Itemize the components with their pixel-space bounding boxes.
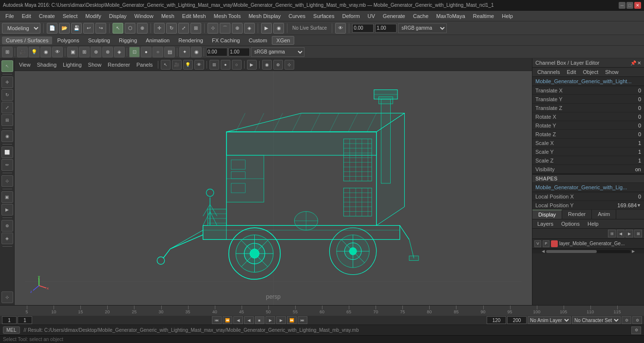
paint-icon[interactable]: ✏ xyxy=(1,159,13,171)
stop-btn[interactable]: ■ xyxy=(255,316,265,324)
menu-modify[interactable]: Modify xyxy=(82,12,104,20)
minimize-button[interactable]: ─ xyxy=(619,2,625,9)
anim-end-input[interactable] xyxy=(487,316,506,324)
skip-to-start-btn[interactable]: ⏮ xyxy=(212,316,222,324)
attr-local-pos-y[interactable]: Local Position Y 169.684 ▼ xyxy=(532,201,644,210)
attr-rotate-y[interactable]: Rotate Y 0 xyxy=(532,121,644,130)
rp-edit-menu[interactable]: Edit xyxy=(564,69,579,75)
scale-tool-button[interactable]: ⤢ xyxy=(178,23,189,34)
layer-nav-next1[interactable]: ▶ xyxy=(625,230,633,237)
tb2-wireframe-icon[interactable]: ⊡ xyxy=(129,47,140,57)
character-set-select[interactable]: No Character Set xyxy=(572,316,621,324)
vp-menu-renderer[interactable]: Renderer xyxy=(105,61,133,69)
tab-display[interactable]: Display xyxy=(532,210,562,219)
gamma-select[interactable]: sRGB gamma xyxy=(398,23,447,33)
menu-surfaces[interactable]: Surfaces xyxy=(310,12,338,20)
menu-window[interactable]: Window xyxy=(131,12,157,20)
tb2-smooth-icon[interactable]: ● xyxy=(141,47,152,57)
tb2-textured-icon[interactable]: ▤ xyxy=(164,47,175,57)
viewport-canvas[interactable]: persp x y z xyxy=(15,71,532,305)
tb2-camera-icon[interactable]: 🎥 xyxy=(17,47,28,57)
smenu-xgen[interactable]: XGen xyxy=(272,36,294,45)
scale-icon[interactable]: ⤢ xyxy=(1,102,13,113)
menu-file[interactable]: File xyxy=(2,12,18,20)
undo-button[interactable]: ↩ xyxy=(83,23,94,34)
vp-ipr-btn[interactable]: ◉ xyxy=(262,60,272,70)
attr-translate-z[interactable]: Translate Z 0 xyxy=(532,104,644,112)
vp-render-btn[interactable]: ▶ xyxy=(247,60,257,70)
show-hide-button[interactable]: 👁 xyxy=(335,23,346,34)
tb2-isolate-icon[interactable]: ◉ xyxy=(191,47,202,57)
rp-show-menu[interactable]: Show xyxy=(602,69,622,75)
redo-button[interactable]: ↪ xyxy=(95,23,106,34)
menu-display[interactable]: Display xyxy=(106,12,130,20)
smenu-rendering[interactable]: Rendering xyxy=(174,36,207,44)
snap-icon[interactable]: ⊹ xyxy=(1,175,13,187)
step-fwd-btn[interactable]: ⏩ xyxy=(287,316,297,324)
attr-expand-icon[interactable]: ▼ xyxy=(637,203,641,208)
cb-pin-icon[interactable]: 📌 xyxy=(630,60,636,66)
marquee-icon[interactable]: ⬜ xyxy=(1,146,13,158)
tb2-snap1-icon[interactable]: ▣ xyxy=(67,47,78,57)
smenu-custom[interactable]: Custom xyxy=(245,36,271,44)
rp-object-menu[interactable]: Object xyxy=(580,69,601,75)
vp-snap-btn[interactable]: ⊕ xyxy=(273,60,283,70)
snap-view-button[interactable]: ◈ xyxy=(244,23,255,34)
tb2-show-icon[interactable]: 👁 xyxy=(52,47,63,57)
menu-mesh[interactable]: Mesh xyxy=(158,12,178,20)
vp-grid-btn[interactable]: ⊹ xyxy=(284,60,294,70)
paint-select-button[interactable]: ⊕ xyxy=(137,23,148,34)
options-menu-item[interactable]: Options xyxy=(558,220,583,227)
open-scene-button[interactable]: 📂 xyxy=(59,23,70,34)
maximize-button[interactable]: □ xyxy=(626,2,633,9)
tab-anim[interactable]: Anim xyxy=(592,210,616,219)
misc-icon1[interactable]: ⊕ xyxy=(1,220,13,232)
skip-to-end-btn[interactable]: ⏭ xyxy=(298,316,307,324)
axis-icon[interactable]: ⊹ xyxy=(1,291,13,303)
menu-select[interactable]: Select xyxy=(59,12,81,20)
step-back-btn[interactable]: ⏪ xyxy=(223,316,232,324)
status-settings-btn[interactable]: ⚙ xyxy=(631,326,641,334)
menu-uv[interactable]: UV xyxy=(364,12,379,20)
attr-translate-x[interactable]: Translate X 0 xyxy=(532,86,644,95)
mel-script-btn[interactable]: MEL xyxy=(3,326,20,334)
layer-visible-toggle[interactable]: V xyxy=(534,240,541,247)
tb2-render-icon[interactable]: ◉ xyxy=(40,47,51,57)
tb2-snap5-icon[interactable]: ◈ xyxy=(114,47,125,57)
display-icon[interactable]: ▣ xyxy=(1,191,13,203)
vp-light-btn[interactable]: 💡 xyxy=(183,60,193,70)
timeline-ruler[interactable]: 5101520253035404550556065707580859095100… xyxy=(0,306,644,316)
gamma-input[interactable] xyxy=(228,48,250,56)
smenu-fx-caching[interactable]: FX Caching xyxy=(208,36,244,44)
attr-local-pos-x[interactable]: Local Position X 0 xyxy=(532,192,644,201)
viewport[interactable]: View Shading Lighting Show Renderer Pane… xyxy=(15,58,532,305)
render-icon[interactable]: ▶ xyxy=(1,204,13,216)
menu-mesh-tools[interactable]: Mesh Tools xyxy=(210,12,244,20)
menu-create[interactable]: Create xyxy=(36,12,58,20)
tb2-expand-icon[interactable]: ⊞ xyxy=(2,47,13,57)
misc-icon2[interactable]: ◈ xyxy=(1,233,13,244)
vp-menu-lighting[interactable]: Lighting xyxy=(60,61,84,69)
select-icon[interactable]: ↖ xyxy=(1,60,13,72)
prev-frame-btn[interactable]: ◀ xyxy=(233,316,243,324)
vp-menu-show[interactable]: Show xyxy=(86,61,104,69)
attr-rotate-x[interactable]: Rotate X 0 xyxy=(532,112,644,121)
anim-layer-select[interactable]: No Anim Layer xyxy=(528,316,571,324)
vp-flat-btn[interactable]: ○ xyxy=(232,60,242,70)
menu-edit-mesh[interactable]: Edit Mesh xyxy=(179,12,209,20)
tb2-light-icon[interactable]: 💡 xyxy=(29,47,39,57)
attr-visibility[interactable]: Visibility on xyxy=(532,165,644,174)
snap-curve-button[interactable]: ⌒ xyxy=(220,23,230,34)
tb2-snap3-icon[interactable]: ⊕ xyxy=(91,47,101,57)
layer-item[interactable]: V P layer_Mobile_Generator_Ge... xyxy=(532,239,644,249)
soft-select-icon[interactable]: ◉ xyxy=(1,130,13,142)
tb2-snap2-icon[interactable]: ⊞ xyxy=(79,47,90,57)
layer-scrollbar[interactable]: ◀ ▶ xyxy=(532,249,644,253)
tb2-snap4-icon[interactable]: ⊗ xyxy=(102,47,113,57)
move-tool-button[interactable]: ✛ xyxy=(154,23,165,34)
next-frame-btn[interactable]: ▶ xyxy=(276,316,286,324)
attr-scale-x[interactable]: Scale X 1 xyxy=(532,139,644,147)
range-start-input[interactable] xyxy=(18,316,32,324)
char-options-btn[interactable]: ⚙ xyxy=(632,316,642,324)
menu-deform[interactable]: Deform xyxy=(339,12,363,20)
